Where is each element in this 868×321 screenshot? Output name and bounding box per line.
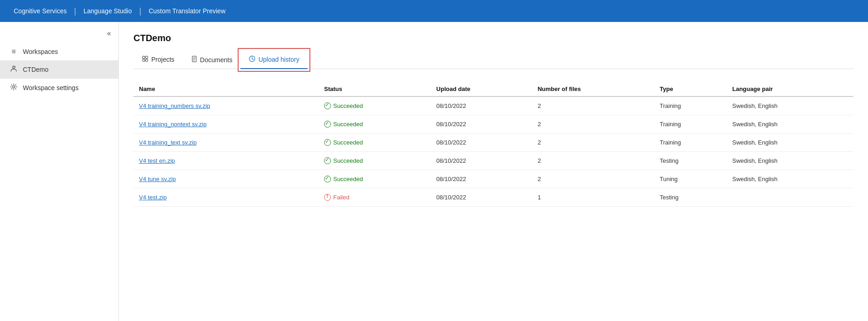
svg-point-0	[13, 66, 15, 69]
topbar: Cognitive Services | Language Studio | C…	[0, 0, 868, 22]
file-name-link[interactable]: V4 test en.zip	[139, 157, 175, 164]
col-header-status: Status	[319, 82, 431, 96]
sidebar-item-workspaces-label: Workspaces	[23, 48, 58, 55]
documents-tab-icon	[191, 56, 197, 64]
file-name-link[interactable]: V4 training_nontext sv.zip	[139, 121, 207, 128]
cell-status: Succeeded	[319, 134, 431, 152]
table-row: V4 training_numbers sv.zipSucceeded08/10…	[133, 96, 853, 115]
cell-status: Succeeded	[319, 96, 431, 115]
tab-bar: Projects Documents	[133, 51, 853, 69]
cell-num-files: 1	[532, 188, 654, 207]
topbar-sep-1: |	[73, 6, 77, 16]
cell-type: Testing	[654, 188, 727, 207]
sidebar-item-ctdemo-label: CTDemo	[23, 66, 48, 73]
table-row: V4 test.zipFailed08/10/20221Testing	[133, 188, 853, 207]
status-success-icon	[324, 139, 331, 146]
cell-upload-date: 08/10/2022	[431, 115, 533, 134]
svg-rect-5	[145, 59, 148, 61]
file-name-link[interactable]: V4 tune sv.zip	[139, 176, 176, 182]
col-header-type: Type	[654, 82, 727, 96]
sidebar-item-ctdemo[interactable]: CTDemo	[0, 60, 118, 79]
cell-language-pair: Swedish, English	[727, 115, 853, 134]
upload-history-table: Name Status Upload date Number of files …	[133, 82, 853, 207]
table-row: V4 tune sv.zipSucceeded08/10/20222Tuning…	[133, 170, 853, 188]
tab-projects[interactable]: Projects	[133, 51, 183, 69]
cell-num-files: 2	[532, 96, 654, 115]
cell-language-pair: Swedish, English	[727, 170, 853, 188]
cell-type: Tuning	[654, 170, 727, 188]
cell-language-pair: Swedish, English	[727, 96, 853, 115]
cell-status: Succeeded	[319, 115, 431, 134]
file-name-link[interactable]: V4 training_numbers sv.zip	[139, 102, 210, 109]
cell-name[interactable]: V4 test en.zip	[133, 152, 319, 170]
topbar-cognitive-services[interactable]: Cognitive Services	[7, 7, 73, 15]
svg-rect-2	[143, 56, 145, 59]
status-failed-icon	[324, 194, 331, 201]
cell-name[interactable]: V4 training_nontext sv.zip	[133, 115, 319, 134]
sidebar-item-workspace-settings-label: Workspace settings	[23, 84, 79, 91]
tab-documents[interactable]: Documents	[183, 51, 241, 69]
cell-name[interactable]: V4 training_text sv.zip	[133, 134, 319, 152]
cell-language-pair	[727, 188, 853, 207]
status-text: Succeeded	[333, 176, 363, 182]
topbar-language-studio[interactable]: Language Studio	[77, 7, 138, 15]
col-header-num-files: Number of files	[532, 82, 654, 96]
cell-upload-date: 08/10/2022	[431, 152, 533, 170]
cell-language-pair: Swedish, English	[727, 134, 853, 152]
status-text: Failed	[333, 194, 349, 201]
status-success-icon	[324, 176, 331, 182]
cell-num-files: 2	[532, 170, 654, 188]
tab-documents-label: Documents	[200, 56, 233, 64]
topbar-custom-translator[interactable]: Custom Translator Preview	[142, 7, 232, 15]
workspaces-icon: ≡	[9, 48, 18, 56]
sidebar-item-workspace-settings[interactable]: Workspace settings	[0, 79, 118, 97]
cell-name[interactable]: V4 tune sv.zip	[133, 170, 319, 188]
tab-upload-history-label: Upload history	[258, 56, 299, 63]
cell-num-files: 2	[532, 115, 654, 134]
cell-language-pair: Swedish, English	[727, 152, 853, 170]
status-text: Succeeded	[333, 139, 363, 146]
projects-tab-icon	[142, 55, 149, 64]
status-text: Succeeded	[333, 157, 363, 164]
page-title: CTDemo	[133, 33, 853, 43]
cell-num-files: 2	[532, 152, 654, 170]
workspace-settings-icon	[9, 83, 18, 92]
table-row: V4 test en.zipSucceeded08/10/20222Testin…	[133, 152, 853, 170]
cell-upload-date: 08/10/2022	[431, 170, 533, 188]
svg-rect-3	[145, 56, 148, 59]
cell-type: Training	[654, 115, 727, 134]
status-success-icon	[324, 102, 331, 109]
cell-name[interactable]: V4 training_numbers sv.zip	[133, 96, 319, 115]
col-header-language-pair: Language pair	[727, 82, 853, 96]
ctdemo-icon	[9, 65, 18, 74]
cell-upload-date: 08/10/2022	[431, 134, 533, 152]
cell-status: Failed	[319, 188, 431, 207]
tab-projects-label: Projects	[151, 56, 175, 63]
cell-upload-date: 08/10/2022	[431, 188, 533, 207]
table-row: V4 training_nontext sv.zipSucceeded08/10…	[133, 115, 853, 134]
topbar-sep-2: |	[138, 6, 143, 16]
status-success-icon	[324, 157, 331, 164]
file-name-link[interactable]: V4 test.zip	[139, 194, 167, 201]
main-content: CTDemo Projects	[119, 22, 868, 321]
table-row: V4 training_text sv.zipSucceeded08/10/20…	[133, 134, 853, 152]
col-header-upload-date: Upload date	[431, 82, 533, 96]
status-success-icon	[324, 121, 331, 128]
cell-name[interactable]: V4 test.zip	[133, 188, 319, 207]
cell-status: Succeeded	[319, 152, 431, 170]
sidebar-collapse-button[interactable]: «	[0, 27, 118, 43]
upload-history-tab-icon	[249, 55, 256, 64]
file-name-link[interactable]: V4 training_text sv.zip	[139, 139, 197, 146]
cell-type: Testing	[654, 152, 727, 170]
cell-type: Training	[654, 96, 727, 115]
sidebar: « ≡ Workspaces CTDemo Works	[0, 22, 119, 321]
cell-num-files: 2	[532, 134, 654, 152]
tab-upload-history[interactable]: Upload history	[240, 51, 308, 69]
col-header-name: Name	[133, 82, 319, 96]
svg-point-1	[13, 86, 15, 88]
sidebar-item-workspaces[interactable]: ≡ Workspaces	[0, 43, 118, 60]
svg-rect-4	[143, 59, 145, 61]
status-text: Succeeded	[333, 121, 363, 128]
status-text: Succeeded	[333, 102, 363, 109]
cell-upload-date: 08/10/2022	[431, 96, 533, 115]
